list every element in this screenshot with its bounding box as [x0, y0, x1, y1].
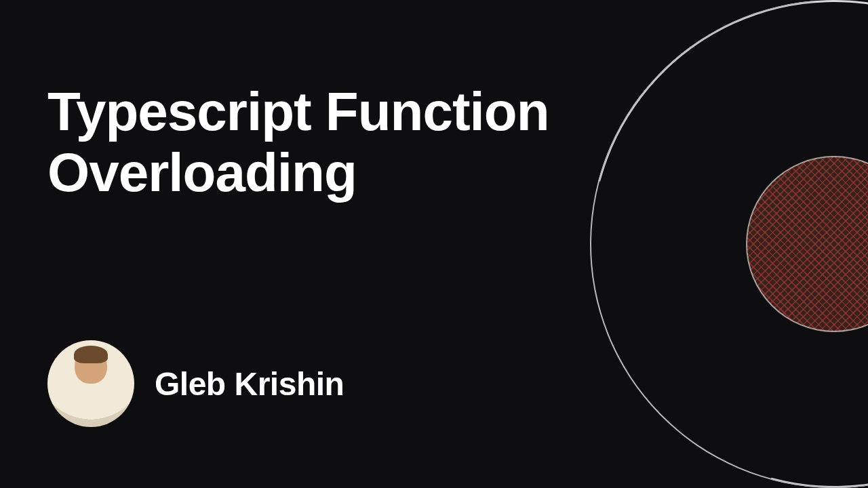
author-section: Gleb Krishin [47, 340, 344, 427]
author-name: Gleb Krishin [155, 365, 344, 403]
article-title: Typescript Function Overloading [47, 81, 658, 203]
author-avatar [47, 340, 134, 427]
decorative-rings [590, 0, 868, 488]
